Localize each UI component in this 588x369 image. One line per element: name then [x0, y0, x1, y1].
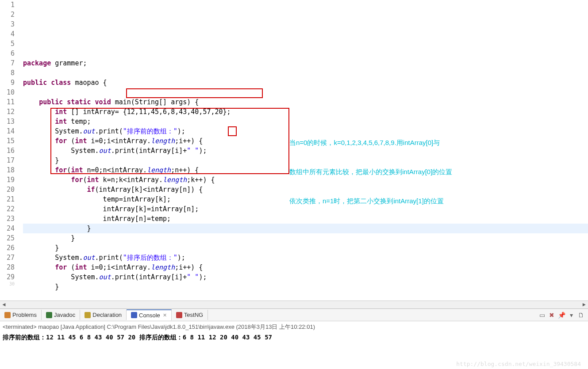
annotation-line: 当n=0的时候，k=0,1,2,3,4,5,6,7,8,9.用intArray[… — [289, 138, 452, 148]
line-number: 4 — [0, 29, 15, 39]
line-number: 3 — [0, 19, 15, 29]
line-number: 10 — [0, 87, 15, 97]
line-number: 22 — [0, 204, 15, 214]
code-line[interactable]: } — [23, 282, 588, 292]
line-number: 11 — [0, 97, 15, 107]
console-toolbar: ▭ ✖ 📌 ▾ 🗋 — [538, 312, 588, 319]
tab-declaration[interactable]: Declaration — [80, 310, 127, 320]
tab-label: Javadoc — [54, 312, 75, 318]
scroll-left-arrow[interactable]: ◄ — [0, 301, 8, 309]
line-number: 6 — [0, 49, 15, 58]
console-header: <terminated> maopao [Java Application] C… — [0, 321, 588, 333]
declaration-icon — [85, 312, 91, 318]
line-number: 19 — [0, 175, 15, 185]
line-number: 7 — [0, 58, 15, 68]
code-line[interactable]: System.out.print(intArray[i]+" "); — [23, 272, 588, 282]
line-number: 13 — [0, 117, 15, 126]
line-number: 21 — [0, 194, 15, 204]
editor-container: 1234567891011121314151617181920212223242… — [0, 0, 588, 301]
annotation-line: 数组中所有元素比较，把最小的交换到intArray[0]的位置 — [289, 167, 452, 177]
tab-javadoc[interactable]: Javadoc — [42, 310, 80, 320]
scroll-right-arrow[interactable]: ► — [580, 301, 588, 309]
code-line[interactable]: public class maopao { — [23, 78, 588, 87]
output-array-after: 6 8 11 12 20 40 43 45 57 — [183, 334, 272, 341]
code-line[interactable] — [23, 292, 588, 301]
monitor-icon[interactable]: ▭ — [538, 312, 546, 319]
line-number: 26 — [0, 243, 15, 253]
line-number: 24 — [0, 224, 15, 233]
line-number: 30 — [0, 282, 15, 286]
code-annotation: 当n=0的时候，k=0,1,2,3,4,5,6,7,8,9.用intArray[… — [289, 118, 452, 225]
output-label: 排序前的数组： — [3, 334, 46, 341]
line-number: 1 — [0, 0, 15, 10]
line-number: 27 — [0, 253, 15, 262]
line-number: 25 — [0, 233, 15, 243]
problems-icon — [4, 312, 11, 318]
code-line[interactable]: } — [23, 243, 588, 253]
output-label: 排序后的数组： — [139, 334, 183, 341]
line-number: 18 — [0, 165, 15, 175]
tab-testng[interactable]: TestNG — [172, 310, 208, 320]
line-number: 14 — [0, 126, 15, 136]
line-number: 16 — [0, 146, 15, 156]
output-array-before: 12 11 45 6 8 43 40 57 20 — [46, 334, 139, 341]
line-number: 29 — [0, 272, 15, 282]
code-line[interactable] — [23, 87, 588, 97]
code-line[interactable] — [23, 68, 588, 78]
annotation-line: 依次类推，n=1时，把第二小交换到intArray[1]的位置 — [289, 196, 452, 206]
console-icon — [131, 312, 137, 318]
testng-icon — [176, 312, 182, 318]
code-area[interactable]: 当n=0的时候，k=0,1,2,3,4,5,6,7,8,9.用intArray[… — [18, 0, 588, 301]
code-line[interactable]: } — [23, 233, 588, 243]
tab-problems[interactable]: Problems — [0, 310, 42, 320]
display-dropdown-icon[interactable]: ▾ — [568, 312, 575, 319]
code-line[interactable]: for (int i=0;i<intArray.length;i++) { — [23, 262, 588, 272]
horizontal-scrollbar[interactable]: ◄ ► — [0, 301, 588, 308]
views-tab-bar: ProblemsJavadocDeclarationConsole✕TestNG… — [0, 309, 588, 321]
tab-label: Declaration — [92, 312, 122, 318]
bottom-panel: ProblemsJavadocDeclarationConsole✕TestNG… — [0, 308, 588, 342]
remove-all-icon[interactable]: ✖ — [548, 312, 555, 319]
tab-label: Problems — [12, 312, 37, 318]
tab-console[interactable]: Console✕ — [127, 309, 172, 320]
line-number: 5 — [0, 39, 15, 49]
line-number: 8 — [0, 68, 15, 78]
line-number: 17 — [0, 156, 15, 165]
console-output[interactable]: 排序前的数组：12 11 45 6 8 43 40 57 20 排序后的数组：6… — [0, 333, 588, 342]
line-gutter: 1234567891011121314151617181920212223242… — [0, 0, 18, 301]
line-number: 15 — [0, 136, 15, 146]
code-line[interactable]: System.out.print("排序后的数组："); — [23, 253, 588, 262]
line-number: 20 — [0, 185, 15, 194]
line-number: 9 — [0, 78, 15, 87]
tab-label: TestNG — [184, 312, 203, 318]
line-number: 12 — [0, 107, 15, 117]
code-line[interactable]: int [] intArray= {12,11,45,6,8,43,40,57,… — [23, 107, 588, 117]
terminated-status: <terminated> maopao [Java Application] C… — [3, 323, 315, 330]
code-line[interactable]: package grammer; — [23, 58, 588, 68]
line-number: 28 — [0, 262, 15, 272]
new-console-icon[interactable]: 🗋 — [577, 312, 584, 319]
line-number: 23 — [0, 214, 15, 224]
line-number: 2 — [0, 10, 15, 19]
tab-label: Console — [139, 312, 160, 319]
pin-icon[interactable]: 📌 — [558, 312, 565, 319]
javadoc-icon — [46, 312, 52, 318]
close-icon[interactable]: ✕ — [163, 312, 167, 318]
code-line[interactable]: public static void main(String[] args) { — [23, 97, 588, 107]
